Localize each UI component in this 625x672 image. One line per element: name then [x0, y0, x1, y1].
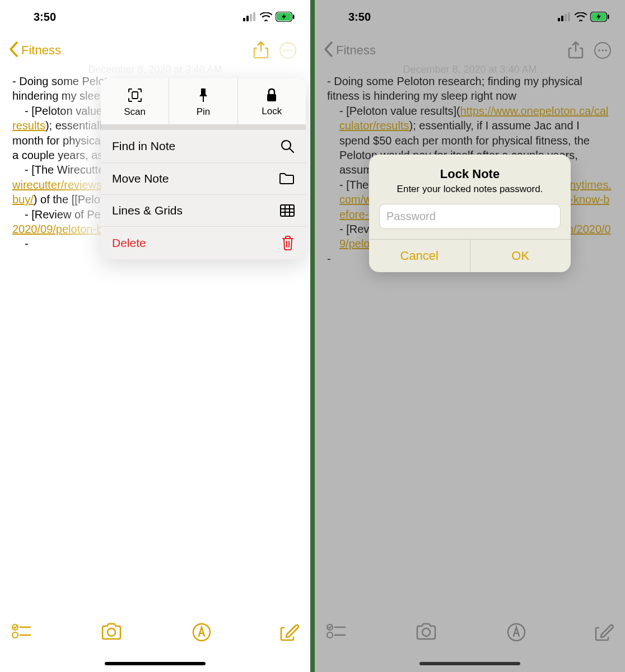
- home-indicator: [419, 662, 520, 665]
- note-line: - Doing some Peloton research; finding m…: [327, 74, 613, 104]
- status-time: 3:50: [34, 11, 56, 24]
- wifi-icon: [575, 12, 587, 21]
- status-time: 3:50: [348, 11, 371, 24]
- svg-rect-31: [565, 14, 567, 21]
- battery-charging-icon: [276, 12, 295, 22]
- svg-point-37: [598, 49, 600, 52]
- svg-point-27: [108, 628, 115, 636]
- svg-rect-2: [250, 14, 252, 21]
- more-button[interactable]: [274, 37, 301, 64]
- battery-charging-icon: [590, 12, 609, 22]
- svg-rect-3: [253, 12, 255, 21]
- back-title: Fitness: [336, 43, 376, 58]
- svg-point-8: [283, 49, 286, 52]
- menu-top-row: Scan Pin Lock: [101, 78, 306, 124]
- lock-dialog-title: Lock Note: [369, 155, 571, 184]
- lines-grids-item[interactable]: Lines & Grids: [101, 195, 306, 227]
- lock-button[interactable]: Lock: [238, 78, 306, 124]
- compose-button: [595, 623, 614, 644]
- svg-point-10: [290, 49, 292, 52]
- pin-button[interactable]: Pin: [169, 78, 237, 124]
- phone-left: 3:50 Fitness December 8, 2020 at 3:40 AM…: [0, 0, 310, 672]
- svg-rect-32: [568, 12, 570, 21]
- svg-rect-12: [203, 96, 204, 102]
- home-indicator[interactable]: [105, 662, 206, 665]
- svg-point-44: [422, 628, 430, 636]
- checklist-button: [326, 623, 346, 642]
- svg-point-42: [327, 632, 333, 638]
- lock-password-input[interactable]: [379, 204, 561, 229]
- wifi-icon: [260, 12, 272, 21]
- svg-rect-11: [132, 92, 138, 99]
- svg-rect-35: [608, 15, 609, 19]
- svg-rect-30: [561, 16, 563, 21]
- svg-rect-0: [243, 18, 245, 21]
- svg-rect-1: [246, 16, 249, 21]
- checklist-button[interactable]: [11, 623, 31, 642]
- svg-point-9: [287, 49, 289, 52]
- find-in-note-item[interactable]: Find in Note: [101, 130, 306, 163]
- folder-icon: [279, 172, 295, 185]
- phone-right: 3:50 Fitness December 8, 2020 at 3:40 AM…: [315, 0, 625, 672]
- share-button[interactable]: [248, 37, 274, 64]
- lock-dialog-subtitle: Enter your locked notes password.: [369, 184, 571, 204]
- context-menu: Scan Pin Lock Find in Note Move Note Lin…: [101, 78, 306, 259]
- status-indicators: [558, 12, 609, 22]
- lock-note-dialog: Lock Note Enter your locked notes passwo…: [369, 155, 571, 272]
- markup-button: [507, 623, 526, 644]
- nav-bar: Fitness: [315, 34, 625, 67]
- svg-line-15: [290, 148, 293, 152]
- svg-point-25: [12, 632, 18, 638]
- svg-rect-29: [558, 18, 560, 21]
- pin-icon: [197, 87, 210, 103]
- lock-cancel-button[interactable]: Cancel: [369, 240, 470, 272]
- camera-button[interactable]: [100, 623, 123, 643]
- svg-rect-6: [293, 15, 295, 19]
- status-indicators: [243, 12, 295, 22]
- back-chevron-icon: [324, 41, 334, 59]
- note-link[interactable]: buy/: [12, 193, 34, 206]
- svg-point-38: [601, 49, 604, 52]
- status-bar: 3:50: [0, 0, 310, 34]
- nav-bar: Fitness: [0, 34, 310, 67]
- search-icon: [280, 139, 295, 153]
- markup-button[interactable]: [192, 623, 211, 644]
- more-button: [589, 37, 616, 64]
- svg-rect-13: [267, 94, 276, 101]
- note-date: December 8, 2020 at 3:40 AM: [0, 64, 310, 76]
- camera-button: [415, 623, 437, 643]
- lock-icon: [265, 88, 278, 102]
- note-date: December 8, 2020 at 3:40 AM: [315, 64, 625, 76]
- back-title[interactable]: Fitness: [21, 43, 61, 58]
- scan-button[interactable]: Scan: [101, 78, 169, 124]
- compose-button[interactable]: [280, 623, 299, 644]
- svg-point-39: [605, 49, 607, 52]
- share-button: [562, 37, 589, 64]
- grid-icon: [280, 204, 295, 217]
- move-note-item[interactable]: Move Note: [101, 163, 306, 195]
- svg-rect-16: [281, 205, 294, 216]
- delete-item[interactable]: Delete: [101, 227, 306, 259]
- signal-icon: [558, 12, 571, 21]
- back-chevron-icon[interactable]: [9, 41, 19, 59]
- scan-icon: [127, 87, 143, 103]
- status-bar: 3:50: [315, 0, 625, 34]
- trash-icon: [281, 236, 295, 250]
- note-link[interactable]: results: [12, 119, 45, 132]
- lock-ok-button[interactable]: OK: [470, 240, 571, 272]
- signal-icon: [243, 12, 256, 21]
